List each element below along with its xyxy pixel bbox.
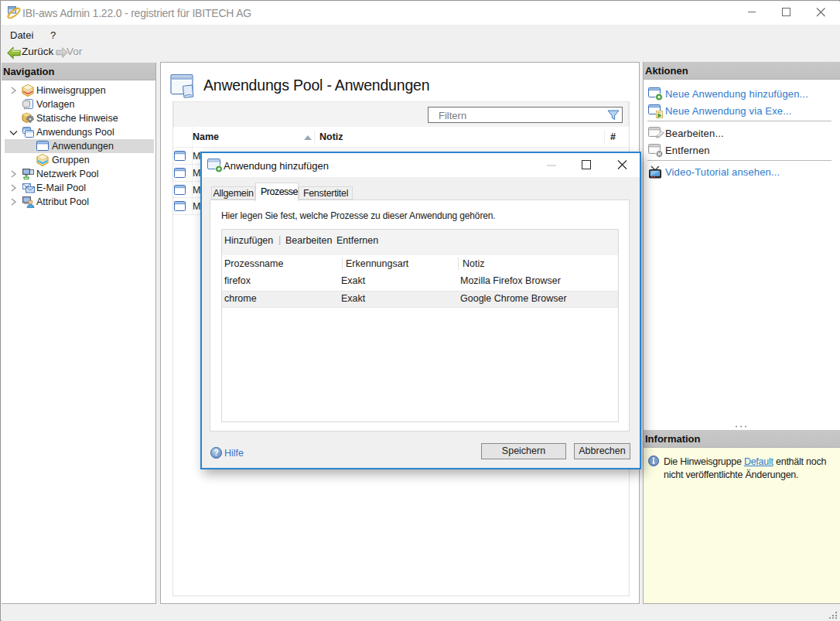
svg-text:?: ? bbox=[213, 449, 218, 457]
